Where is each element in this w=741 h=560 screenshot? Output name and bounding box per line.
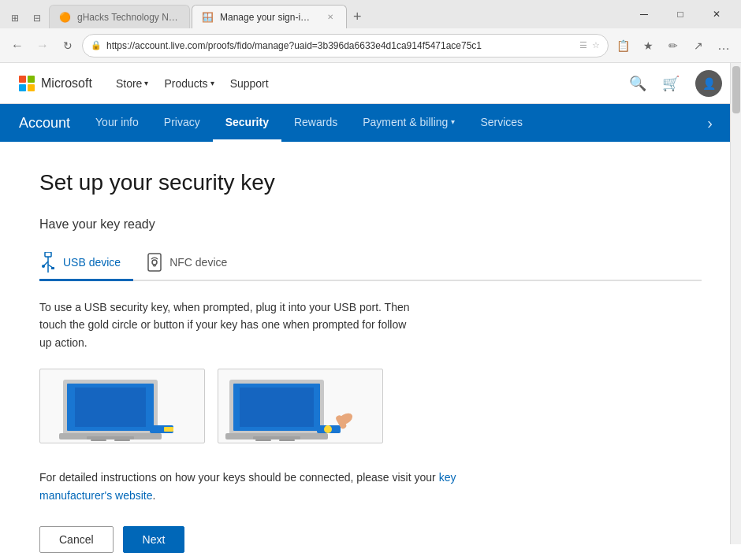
ms-header: Microsoft Store ▾ Products ▾ Support 🔍 🛒… (0, 63, 741, 104)
close-button[interactable]: ✕ (698, 3, 735, 25)
tab-group-icon[interactable]: ⊞ (6, 9, 24, 27)
device-image-2 (218, 369, 383, 443)
nav-your-info[interactable]: Your info (83, 104, 151, 142)
svg-rect-15 (91, 439, 106, 441)
header-cart-icon[interactable]: 🛒 (662, 75, 680, 92)
maximize-button[interactable]: □ (662, 3, 698, 25)
main-content: Set up your security key Have your key r… (0, 142, 741, 560)
minimize-button[interactable]: ─ (626, 3, 662, 25)
svg-point-7 (152, 260, 157, 265)
device-image-1 (39, 369, 205, 443)
nav-more-button[interactable]: › (698, 104, 722, 142)
new-tab-button[interactable]: + (347, 5, 368, 28)
reading-list-button[interactable]: 📋 (612, 35, 634, 57)
svg-rect-19 (240, 388, 314, 427)
tab1-favicon: 🟠 (59, 12, 71, 23)
browser-tab-2[interactable]: 🪟 Manage your sign-in m... ✕ (192, 5, 347, 28)
account-nav-title: Account (19, 115, 70, 132)
bookmark-icon[interactable]: ☆ (592, 40, 600, 50)
tab-description: To use a USB security key, when prompted… (39, 299, 418, 351)
device-images (39, 369, 702, 443)
nav-products[interactable]: Products ▾ (164, 77, 214, 90)
nfc-tab-label: NFC device (169, 256, 227, 269)
nfc-icon (146, 252, 163, 273)
tab2-favicon: 🪟 (202, 12, 214, 23)
ms-logo[interactable]: Microsoft (19, 76, 92, 91)
favorites-button[interactable]: ★ (637, 35, 659, 57)
usb-tab-label: USB device (63, 256, 121, 269)
ms-logo-grid (19, 76, 35, 91)
back-button[interactable]: ← (6, 35, 28, 57)
payment-chevron-icon: ▾ (451, 117, 455, 126)
nav-store[interactable]: Store ▾ (116, 77, 148, 90)
refresh-button[interactable]: ↻ (57, 35, 79, 57)
address-text: https://account.live.com/proofs/fido/man… (106, 40, 575, 51)
nav-security[interactable]: Security (213, 104, 281, 142)
address-bar-row: ← → ↻ 🔒 https://account.live.com/proofs/… (0, 28, 741, 63)
forward-button[interactable]: → (32, 35, 54, 57)
scrollbar[interactable] (730, 63, 741, 544)
nav-services[interactable]: Services (467, 104, 535, 142)
svg-rect-16 (114, 439, 130, 441)
button-row: Cancel Next (39, 526, 702, 553)
ms-logo-text: Microsoft (41, 76, 92, 91)
usb-icon (39, 252, 57, 273)
device-tabs: USB device NFC device (39, 246, 702, 281)
svg-rect-0 (45, 252, 51, 257)
browser-tab-list-icon[interactable]: ⊟ (28, 9, 46, 27)
section-subtitle: Have your key ready (39, 217, 702, 232)
products-chevron-icon: ▾ (210, 79, 214, 87)
nav-privacy[interactable]: Privacy (151, 104, 213, 142)
tab1-label: gHacks Technology News (77, 12, 180, 23)
svg-rect-5 (51, 267, 54, 269)
header-search-icon[interactable]: 🔍 (629, 75, 646, 92)
svg-rect-21 (253, 436, 300, 439)
reader-mode-icon[interactable]: ☰ (579, 40, 587, 50)
svg-rect-10 (75, 388, 146, 427)
svg-rect-6 (148, 254, 161, 271)
page-title: Set up your security key (39, 170, 702, 195)
nav-rewards[interactable]: Rewards (281, 104, 350, 142)
address-bar[interactable]: 🔒 https://account.live.com/proofs/fido/m… (82, 34, 609, 57)
tab2-close[interactable]: ✕ (324, 11, 337, 23)
ms-nav: Store ▾ Products ▾ Support (116, 77, 269, 90)
tab2-label: Manage your sign-in m... (220, 12, 315, 23)
tab-nfc[interactable]: NFC device (146, 246, 240, 281)
svg-rect-14 (164, 427, 173, 432)
nav-support[interactable]: Support (230, 77, 269, 90)
nav-payment-billing[interactable]: Payment & billing ▾ (350, 104, 467, 142)
hub-button[interactable]: ✏ (662, 35, 684, 57)
browser-chrome: ⊞ ⊟ 🟠 gHacks Technology News 🪟 Manage yo… (0, 0, 741, 63)
tab-bar: ⊞ ⊟ 🟠 gHacks Technology News 🪟 Manage yo… (0, 0, 741, 28)
svg-rect-26 (255, 439, 271, 441)
browser-tab-1[interactable]: 🟠 gHacks Technology News (49, 5, 190, 28)
svg-point-23 (324, 425, 332, 433)
cancel-button[interactable]: Cancel (39, 526, 114, 553)
share-button[interactable]: ↗ (687, 35, 709, 57)
svg-rect-12 (87, 436, 134, 439)
next-button[interactable]: Next (123, 526, 185, 553)
footer-note: For detailed instructions on how your ke… (39, 469, 512, 504)
svg-point-3 (42, 265, 45, 268)
svg-rect-27 (279, 439, 295, 441)
tab-usb[interactable]: USB device (39, 246, 133, 281)
account-nav: Account Your info Privacy Security Rewar… (0, 104, 741, 142)
scrollbar-thumb[interactable] (732, 66, 740, 113)
header-avatar[interactable]: 👤 (695, 70, 722, 97)
lock-icon: 🔒 (91, 40, 102, 50)
store-chevron-icon: ▾ (144, 79, 148, 87)
more-button[interactable]: … (713, 35, 735, 57)
